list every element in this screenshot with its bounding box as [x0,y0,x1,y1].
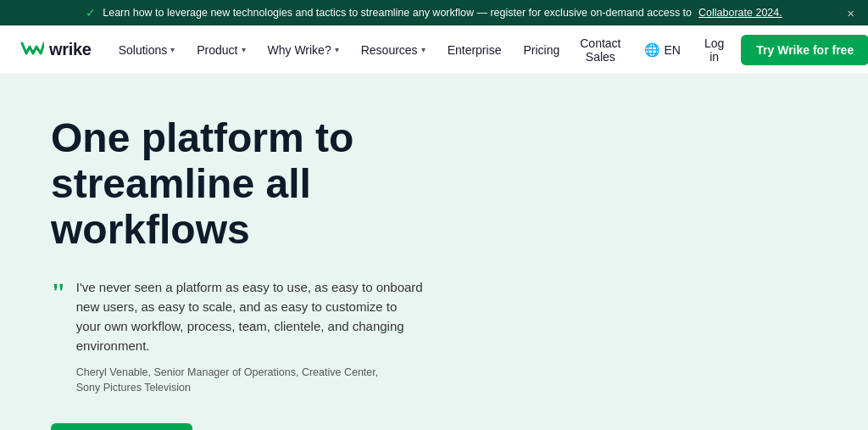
banner-link[interactable]: Collaborate 2024. [698,7,782,19]
wrike-logo-icon [20,42,44,59]
try-wrike-hero-button[interactable]: Try Wrike for free [51,423,192,430]
contact-sales-button[interactable]: Contact Sales [570,30,631,70]
nav-resources[interactable]: Resources ▾ [351,36,436,64]
nav-right: Contact Sales 🌐 EN Log in Try Wrike for … [570,30,868,70]
testimonial-text: I've never seen a platform as easy to us… [76,277,424,356]
banner-text: Learn how to leverage new technologies a… [103,7,692,19]
product-chevron-icon: ▾ [242,45,246,54]
check-icon: ✓ [86,6,96,20]
nav-left: Solutions ▾ Product ▾ Why Wrike? ▾ Resou… [108,36,570,64]
nav-pricing[interactable]: Pricing [513,36,570,64]
logo[interactable]: wrike [20,40,92,59]
nav-product[interactable]: Product ▾ [186,36,255,64]
logo-text: wrike [49,40,92,59]
login-button[interactable]: Log in [694,30,734,70]
try-wrike-nav-button[interactable]: Try Wrike for free [741,35,868,65]
nav-solutions[interactable]: Solutions ▾ [108,36,186,64]
nav-enterprise[interactable]: Enterprise [437,36,512,64]
top-banner: ✓ Learn how to leverage new technologies… [0,0,868,25]
quote-mark-icon: " [51,279,66,306]
language-button[interactable]: 🌐 EN [637,36,687,64]
globe-icon: 🌐 [644,42,660,58]
resources-chevron-icon: ▾ [421,45,426,54]
nav-why-wrike[interactable]: Why Wrike? ▾ [258,36,349,64]
navbar: wrike Solutions ▾ Product ▾ Why Wrike? ▾… [0,25,868,75]
testimonial-author: Cheryl Venable, Senior Manager of Operat… [76,365,424,397]
testimonial: " I've never seen a platform as easy to … [51,277,424,397]
hero-buttons: Try Wrike for free Discover Wrike in 3 m… [51,423,817,430]
hero-section: One platform to streamline all workflows… [0,75,868,430]
why-wrike-chevron-icon: ▾ [335,45,339,54]
banner-close-button[interactable]: × [847,6,854,20]
hero-heading: One platform to streamline all workflows [51,115,407,254]
solutions-chevron-icon: ▾ [170,45,175,54]
